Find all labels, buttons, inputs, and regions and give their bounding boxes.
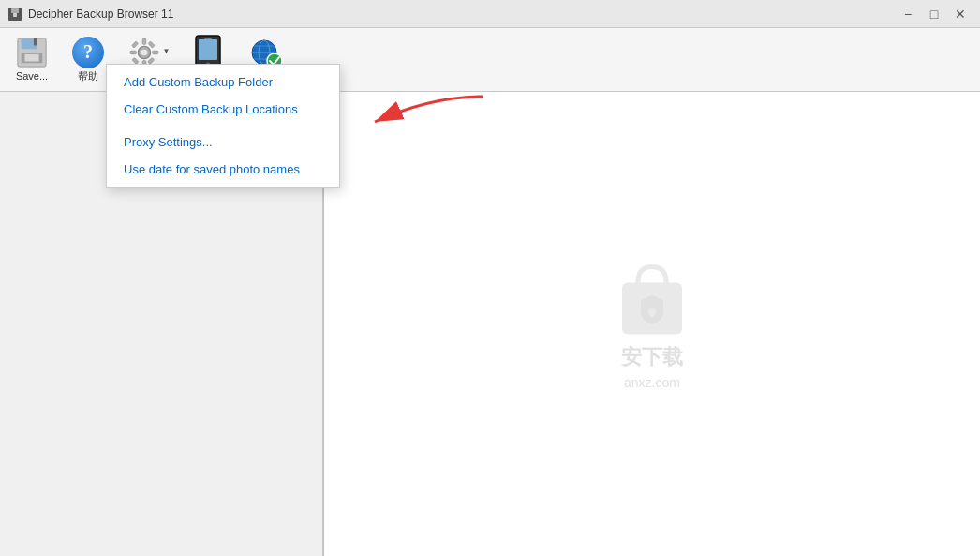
svg-rect-13 — [152, 51, 158, 54]
svg-rect-19 — [199, 39, 217, 60]
svg-rect-15 — [147, 41, 154, 48]
svg-rect-2 — [13, 13, 17, 17]
svg-rect-7 — [24, 54, 38, 62]
right-panel: 安下载 anxz.com — [324, 92, 980, 556]
watermark: 安下载 anxz.com — [615, 259, 690, 389]
svg-rect-21 — [204, 38, 212, 39]
minimize-button[interactable]: − — [896, 4, 920, 24]
svg-rect-28 — [622, 282, 682, 334]
watermark-url: anxz.com — [624, 374, 680, 389]
help-label: 帮助 — [78, 70, 98, 83]
help-icon: ? — [72, 37, 104, 68]
svg-point-29 — [648, 308, 656, 315]
svg-rect-5 — [34, 38, 37, 46]
proxy-settings-item[interactable]: Proxy Settings... — [107, 128, 339, 156]
save-icon — [16, 37, 48, 68]
title-bar-controls: − □ ✕ — [896, 4, 973, 24]
dropdown-arrow-icon: ▼ — [163, 47, 171, 55]
clear-custom-backup-locations-item[interactable]: Clear Custom Backup Locations — [107, 96, 339, 123]
svg-rect-14 — [131, 41, 138, 48]
app-title-icon — [7, 7, 22, 22]
svg-rect-12 — [129, 51, 136, 54]
title-bar-left: Decipher Backup Browser 11 — [7, 7, 173, 22]
save-icon-area — [14, 37, 50, 69]
svg-point-9 — [141, 50, 147, 56]
watermark-text: 安下载 — [621, 342, 683, 370]
title-bar: Decipher Backup Browser 11 − □ ✕ — [0, 0, 980, 28]
preferences-dropdown: Add Custom Backup Folder Clear Custom Ba… — [106, 64, 340, 188]
svg-rect-10 — [142, 38, 146, 45]
help-icon-area: ? — [70, 37, 106, 69]
svg-rect-30 — [650, 311, 654, 317]
save-label: Save... — [16, 70, 48, 83]
title-bar-title: Decipher Backup Browser 11 — [28, 8, 173, 21]
maximize-button[interactable]: □ — [922, 4, 946, 24]
save-button[interactable]: Save... — [6, 33, 58, 87]
svg-rect-1 — [11, 8, 19, 13]
watermark-bag-icon — [615, 259, 690, 338]
close-button[interactable]: ✕ — [948, 4, 973, 24]
add-custom-backup-folder-item[interactable]: Add Custom Backup Folder — [107, 68, 339, 96]
use-date-photo-names-item[interactable]: Use date for saved photo names — [107, 156, 339, 183]
